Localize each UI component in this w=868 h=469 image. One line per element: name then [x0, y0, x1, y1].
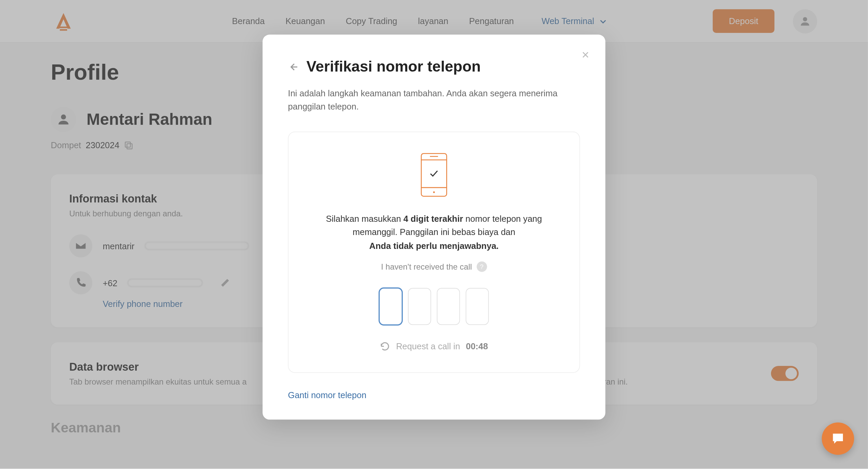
change-phone-link[interactable]: Ganti nomor telepon: [288, 390, 580, 400]
verify-phone-modal: × Verifikasi nomor telepon Ini adalah la…: [262, 35, 605, 419]
no-call-label: I haven't received the call: [381, 262, 472, 271]
pin-digit-2[interactable]: [408, 288, 431, 325]
modal-overlay[interactable]: × Verifikasi nomor telepon Ini adalah la…: [0, 0, 868, 469]
chat-support-button[interactable]: [822, 423, 854, 455]
no-call-link[interactable]: I haven't received the call ?: [314, 261, 554, 272]
modal-title: Verifikasi nomor telepon: [307, 58, 481, 76]
request-timer: 00:48: [466, 341, 488, 351]
request-label: Request a call in: [396, 341, 460, 351]
modal-description: Ini adalah langkah keamanan tambahan. An…: [288, 87, 580, 113]
help-icon: ?: [476, 261, 487, 272]
instructions-text: Silahkan masukkan 4 digit terakhir nomor…: [314, 212, 554, 252]
phone-illustration-icon: [421, 153, 447, 197]
pin-digit-3[interactable]: [437, 288, 460, 325]
pin-digit-1[interactable]: [379, 288, 402, 325]
close-button[interactable]: ×: [582, 47, 589, 62]
pin-digit-4[interactable]: [466, 288, 489, 325]
back-arrow-icon[interactable]: [288, 61, 298, 72]
request-call-row: Request a call in 00:48: [314, 341, 554, 351]
refresh-icon: [380, 341, 391, 351]
svg-point-10: [433, 191, 435, 193]
chat-icon: [830, 431, 845, 446]
pin-input-row: [314, 288, 554, 325]
verify-box: Silahkan masukkan 4 digit terakhir nomor…: [288, 132, 580, 373]
